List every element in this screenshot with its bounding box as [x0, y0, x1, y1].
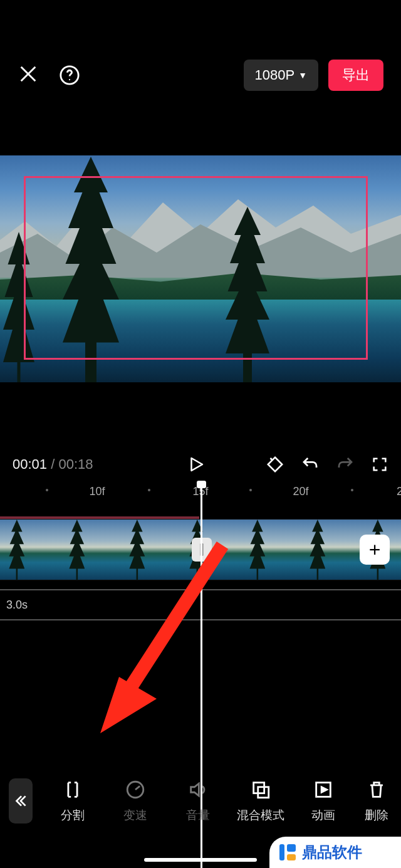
split-icon — [62, 778, 83, 801]
audio-duration: 3.0s — [6, 599, 28, 612]
redo-button[interactable] — [336, 455, 355, 474]
keyframe-button[interactable] — [266, 455, 284, 474]
watermark: 鼎品软件 — [269, 837, 401, 868]
clip-thumb[interactable] — [60, 520, 120, 580]
delete-icon — [366, 778, 387, 801]
svg-point-1 — [69, 79, 70, 80]
clip-thumb[interactable] — [120, 520, 180, 580]
undo-button[interactable] — [301, 455, 320, 474]
clip-thumb[interactable] — [301, 520, 361, 580]
clip-thumb[interactable] — [241, 520, 301, 580]
total-time: 00:18 — [58, 456, 93, 472]
speed-icon — [125, 778, 146, 801]
tool-speed[interactable]: 变速 — [104, 778, 167, 824]
time-display: 00:01 / 00:18 — [13, 456, 93, 473]
anim-icon — [313, 778, 334, 801]
close-icon[interactable] — [18, 63, 39, 87]
top-bar: 1080P ▼ 导出 — [0, 58, 401, 93]
video-preview[interactable] — [0, 155, 401, 382]
play-button[interactable] — [187, 454, 206, 474]
crop-frame[interactable] — [24, 176, 368, 360]
volume-icon — [187, 778, 209, 801]
resolution-button[interactable]: 1080P ▼ — [244, 60, 318, 91]
timeline[interactable]: 10f 15f 20f 2 + 3.0s — [0, 483, 401, 758]
bottom-toolbar: 分割 变速 音量 混合模式 动画 删除 — [0, 768, 401, 834]
help-icon[interactable] — [59, 65, 80, 86]
export-button[interactable]: 导出 — [328, 60, 383, 91]
tool-split[interactable]: 分割 — [41, 778, 104, 824]
add-clip-button[interactable]: + — [360, 535, 390, 565]
clip-thumb[interactable] — [0, 520, 60, 580]
tool-anim[interactable]: 动画 — [292, 778, 355, 824]
tool-volume[interactable]: 音量 — [167, 778, 229, 824]
tool-delete[interactable]: 删除 — [355, 778, 398, 824]
resolution-label: 1080P — [255, 67, 295, 83]
blend-icon — [250, 778, 271, 801]
watermark-logo-icon — [278, 843, 297, 862]
playback-bar: 00:01 / 00:18 — [0, 449, 401, 480]
current-time: 00:01 — [13, 456, 47, 472]
tool-blend[interactable]: 混合模式 — [229, 778, 292, 824]
fullscreen-button[interactable] — [371, 456, 388, 473]
home-indicator — [144, 858, 257, 862]
back-button[interactable] — [9, 778, 33, 824]
caret-down-icon: ▼ — [298, 70, 307, 80]
